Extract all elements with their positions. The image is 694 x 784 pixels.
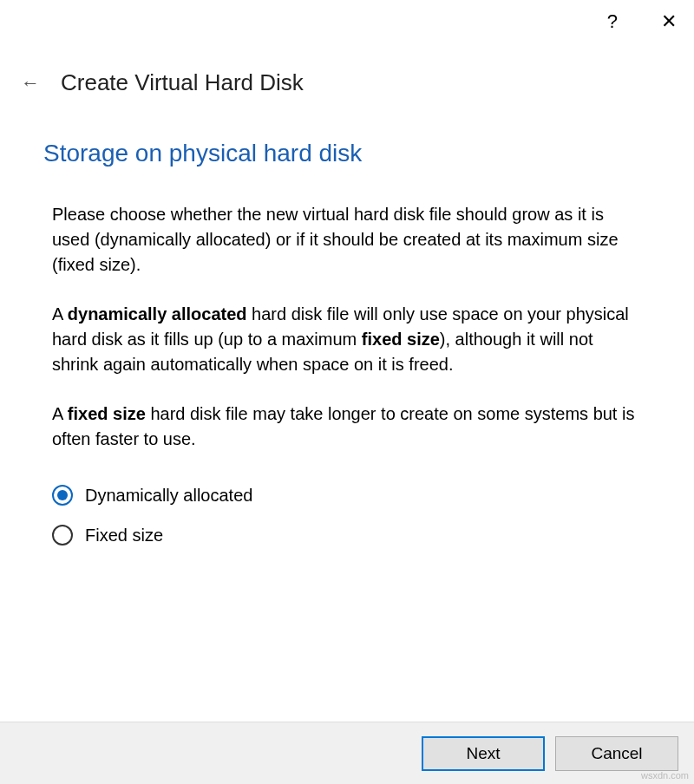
radio-icon [52, 485, 73, 506]
text-fragment: A [52, 304, 68, 323]
radio-icon [52, 525, 73, 546]
wizard-footer: Next Cancel [0, 722, 694, 784]
dynamic-paragraph: A dynamically allocated hard disk file w… [43, 302, 651, 377]
text-fragment: A [52, 404, 68, 423]
titlebar: ? ✕ [0, 0, 694, 43]
page-title: Create Virtual Hard Disk [61, 69, 304, 96]
fixed-paragraph: A fixed size hard disk file may take lon… [43, 402, 651, 452]
help-icon[interactable]: ? [607, 12, 618, 31]
next-button[interactable]: Next [422, 736, 545, 771]
bold-fixed: fixed size [68, 404, 146, 423]
radio-label-fixed: Fixed size [85, 526, 163, 546]
bold-dynamic: dynamically allocated [68, 304, 247, 323]
back-arrow-icon[interactable]: ← [17, 72, 43, 95]
storage-type-radio-group: Dynamically allocated Fixed size [43, 476, 651, 546]
bold-fixed-size: fixed size [362, 330, 440, 349]
cancel-button[interactable]: Cancel [555, 736, 678, 771]
radio-label-dynamic: Dynamically allocated [85, 486, 252, 506]
intro-paragraph: Please choose whether the new virtual ha… [43, 202, 651, 278]
content-area: Storage on physical hard disk Please cho… [0, 96, 694, 546]
wizard-header: ← Create Virtual Hard Disk [0, 43, 694, 96]
section-heading: Storage on physical hard disk [43, 140, 651, 167]
radio-dot-icon [57, 490, 68, 500]
close-icon[interactable]: ✕ [661, 12, 677, 31]
watermark: wsxdn.com [641, 770, 689, 781]
radio-option-dynamic[interactable]: Dynamically allocated [52, 485, 642, 506]
radio-option-fixed[interactable]: Fixed size [52, 525, 642, 546]
